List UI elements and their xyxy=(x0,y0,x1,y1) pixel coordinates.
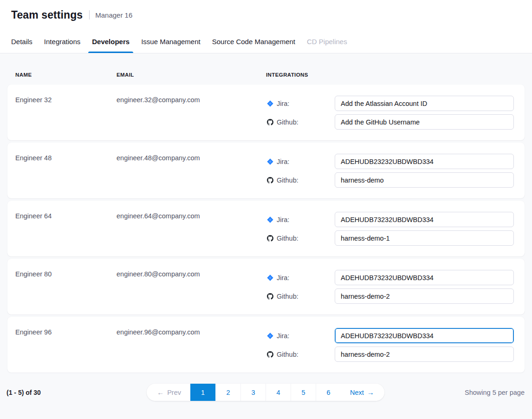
prev-label: Prev xyxy=(167,389,181,396)
github-label-text: Github: xyxy=(277,177,298,184)
jira-label-text: Jira: xyxy=(277,216,289,223)
developer-name: Engineer 32 xyxy=(15,96,117,140)
column-header-email: EMAIL xyxy=(117,72,266,85)
page-button-1[interactable]: 1 xyxy=(190,384,215,401)
jira-label: Jira: xyxy=(266,274,335,282)
tab-label: Source Code Management xyxy=(212,38,295,46)
page-button-6[interactable]: 6 xyxy=(316,384,341,401)
page-button-5[interactable]: 5 xyxy=(291,384,316,401)
jira-label-text: Jira: xyxy=(277,100,289,107)
jira-label-text: Jira: xyxy=(277,158,289,165)
tab-label: Integrations xyxy=(44,38,80,46)
github-input[interactable] xyxy=(335,347,514,362)
integrations-cell: Jira: Github: xyxy=(266,328,514,373)
github-label-text: Github: xyxy=(277,235,298,242)
github-label: Github: xyxy=(266,118,335,126)
tab-developers[interactable]: Developers xyxy=(92,30,130,53)
tab-details[interactable]: Details xyxy=(11,30,32,53)
github-icon xyxy=(267,177,273,183)
jira-icon xyxy=(267,275,273,281)
tab-label: Developers xyxy=(92,38,130,46)
jira-label-text: Jira: xyxy=(277,332,289,340)
title-separator xyxy=(89,10,90,20)
github-label: Github: xyxy=(266,351,335,358)
jira-input[interactable] xyxy=(335,154,514,169)
github-icon xyxy=(267,351,273,358)
github-icon xyxy=(267,235,273,242)
arrow-right-icon: → xyxy=(367,389,374,396)
jira-label: Jira: xyxy=(266,332,335,340)
jira-icon xyxy=(267,158,273,165)
jira-input[interactable] xyxy=(335,328,514,343)
page-subtitle: Manager 16 xyxy=(95,11,132,19)
jira-icon xyxy=(267,333,273,339)
tab-issue-management[interactable]: Issue Management xyxy=(141,30,201,53)
pagination-bar: (1 - 5) of 30 ← Prev 123456 Next → Showi… xyxy=(0,384,532,401)
tab-integrations[interactable]: Integrations xyxy=(44,30,80,53)
per-page-info: Showing 5 per page xyxy=(384,389,525,396)
jira-input[interactable] xyxy=(335,270,514,285)
github-label-text: Github: xyxy=(277,293,298,300)
github-label: Github: xyxy=(266,235,335,242)
github-input[interactable] xyxy=(335,288,514,304)
developer-name: Engineer 96 xyxy=(15,328,117,373)
github-input[interactable] xyxy=(335,114,514,130)
github-label-text: Github: xyxy=(277,118,298,126)
github-input[interactable] xyxy=(335,230,514,246)
arrow-left-icon: ← xyxy=(157,389,164,396)
table-row: Engineer 32 engineer.32@company.com Jira… xyxy=(7,85,525,140)
tab-label: Details xyxy=(11,38,32,46)
page-button-3[interactable]: 3 xyxy=(240,384,266,401)
developer-name: Engineer 64 xyxy=(15,212,117,256)
github-label: Github: xyxy=(266,293,335,300)
github-label: Github: xyxy=(266,177,335,184)
jira-label: Jira: xyxy=(266,100,335,107)
developer-email: engineer.48@company.com xyxy=(117,154,266,198)
github-label-text: Github: xyxy=(277,351,298,358)
integrations-cell: Jira: Github: xyxy=(266,96,514,140)
table-row: Engineer 96 engineer.96@company.com Jira… xyxy=(7,317,525,373)
jira-label: Jira: xyxy=(266,216,335,223)
pagination: ← Prev 123456 Next → xyxy=(147,384,384,401)
integrations-cell: Jira: Github: xyxy=(266,212,514,256)
developer-name: Engineer 80 xyxy=(15,270,117,314)
developer-rows: Engineer 32 engineer.32@company.com Jira… xyxy=(0,85,532,373)
tab-source-code-management[interactable]: Source Code Management xyxy=(212,30,295,53)
jira-input[interactable] xyxy=(335,96,514,111)
github-icon xyxy=(267,119,273,125)
table-header: NAME EMAIL INTEGRATIONS xyxy=(0,53,532,85)
column-header-integrations: INTEGRATIONS xyxy=(266,72,532,85)
table-row: Engineer 64 engineer.64@company.com Jira… xyxy=(7,201,525,256)
developer-email: engineer.80@company.com xyxy=(117,270,266,314)
integrations-cell: Jira: Github: xyxy=(266,154,514,198)
next-label: Next xyxy=(350,389,364,396)
tab-bar: Details Integrations Developers Issue Ma… xyxy=(0,30,532,53)
jira-input[interactable] xyxy=(335,212,514,227)
jira-label-text: Jira: xyxy=(277,274,289,282)
github-icon xyxy=(267,293,273,300)
developers-panel: NAME EMAIL INTEGRATIONS Engineer 32 engi… xyxy=(0,53,532,401)
next-page-button[interactable]: Next → xyxy=(341,384,384,401)
jira-icon xyxy=(267,216,273,223)
jira-icon xyxy=(267,100,273,107)
tab-cd-pipelines: CD Pipelines xyxy=(307,30,347,53)
page-button-4[interactable]: 4 xyxy=(266,384,291,401)
developer-email: engineer.96@company.com xyxy=(117,328,266,373)
tab-label: CD Pipelines xyxy=(307,38,347,46)
developer-email: engineer.32@company.com xyxy=(117,96,266,140)
developer-name: Engineer 48 xyxy=(15,154,117,198)
results-range: (1 - 5) of 30 xyxy=(6,389,147,396)
page-number-buttons: 123456 xyxy=(190,384,341,401)
github-input[interactable] xyxy=(335,172,514,188)
page-header: Team settings Manager 16 xyxy=(0,0,532,30)
page-title: Team settings xyxy=(11,9,83,21)
jira-label: Jira: xyxy=(266,158,335,165)
developer-email: engineer.64@company.com xyxy=(117,212,266,256)
prev-page-button[interactable]: ← Prev xyxy=(147,384,190,401)
integrations-cell: Jira: Github: xyxy=(266,270,514,314)
page-button-2[interactable]: 2 xyxy=(215,384,240,401)
tab-label: Issue Management xyxy=(141,38,201,46)
table-row: Engineer 48 engineer.48@company.com Jira… xyxy=(7,143,525,198)
table-row: Engineer 80 engineer.80@company.com Jira… xyxy=(7,259,525,314)
column-header-name: NAME xyxy=(15,72,117,85)
